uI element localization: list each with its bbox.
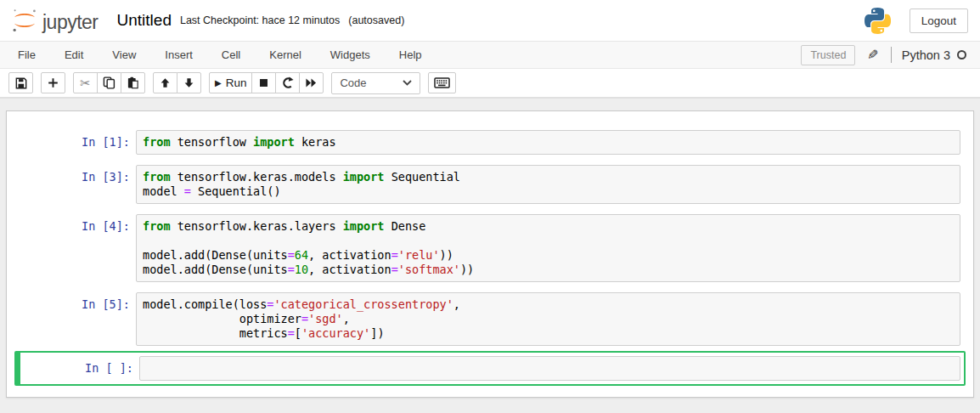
restart-run-all-button[interactable] (299, 72, 324, 93)
copy-cell-button[interactable] (97, 72, 121, 93)
menu-insert[interactable]: Insert (150, 42, 207, 68)
add-cell-icon (48, 77, 59, 88)
paste-icon (127, 76, 139, 89)
cell-prompt: In [4]: (20, 214, 136, 282)
cell-code-input[interactable]: model.compile(loss='categorical_crossent… (136, 292, 960, 346)
menu-help[interactable]: Help (385, 42, 436, 68)
code-line: model = Sequential() (143, 184, 954, 199)
cell-prompt: In [ ]: (23, 356, 139, 381)
notebook-cell[interactable]: In [4]: from tensorflow.keras.layers imp… (14, 209, 966, 287)
cell-prompt: In [5]: (20, 292, 136, 346)
restart-kernel-button[interactable] (275, 72, 300, 93)
code-line: model.compile(loss='categorical_crossent… (143, 297, 954, 312)
restart-run-all-icon (305, 77, 318, 88)
cell-code-input[interactable]: from tensorflow.keras.layers import Dens… (136, 214, 960, 282)
run-cell-button[interactable]: ▶ Run (209, 72, 252, 93)
code-line: model.add(Dense(units=10, activation='so… (143, 263, 954, 277)
save-button[interactable] (8, 72, 33, 93)
cut-icon: ✂ (80, 76, 91, 89)
move-down-icon (183, 77, 194, 88)
run-label: Run (226, 76, 247, 89)
restart-kernel-icon (281, 76, 294, 89)
cell-prompt: In [3]: (20, 165, 136, 204)
add-cell-button[interactable] (41, 72, 65, 93)
menu-widgets[interactable]: Widgets (316, 42, 385, 68)
cut-cell-button[interactable]: ✂ (73, 72, 98, 93)
kernel-idle-indicator-icon (957, 50, 966, 59)
notebook-cell[interactable]: In [ ]: (14, 351, 966, 386)
code-line: from tensorflow.keras.models import Sequ… (143, 170, 954, 184)
python-logo-icon (865, 8, 891, 34)
code-line: from tensorflow.keras.layers import Dens… (143, 219, 954, 234)
code-line (143, 234, 954, 248)
cell-type-select[interactable]: Code (331, 72, 420, 94)
notebook-cell[interactable]: In [5]: model.compile(loss='categorical_… (14, 287, 966, 351)
menu-file[interactable]: File (14, 42, 50, 68)
stop-icon (258, 77, 269, 88)
logout-button[interactable]: Logout (910, 8, 968, 33)
move-cell-up-button[interactable] (153, 72, 177, 93)
run-icon: ▶ (215, 79, 222, 88)
jupyter-logo[interactable]: jupyter (12, 6, 99, 35)
jupyter-logo-icon (12, 6, 37, 35)
command-palette-button[interactable] (428, 72, 456, 93)
cell-type-value: Code (340, 76, 366, 89)
code-line (146, 361, 954, 376)
menu-edit[interactable]: Edit (50, 42, 98, 68)
paste-cell-button[interactable] (121, 72, 145, 93)
menu-cell[interactable]: Cell (207, 42, 255, 68)
menu-kernel[interactable]: Kernel (255, 42, 316, 68)
cell-list: In [1]: from tensorflow import keras In … (7, 125, 973, 386)
menubar-divider (891, 47, 892, 63)
edit-title-pencil-icon[interactable]: ✎ (867, 47, 878, 63)
checkpoint-status: Last Checkpoint: hace 12 minutos (180, 14, 340, 26)
code-line: metrics=['accuracy']) (143, 326, 954, 341)
command-palette-icon (434, 76, 450, 89)
notebook-container: In [1]: from tensorflow import keras In … (6, 110, 974, 398)
kernel-name: Python 3 (902, 48, 950, 62)
code-line: from tensorflow import keras (143, 135, 954, 150)
copy-icon (103, 76, 115, 89)
code-line: model.add(Dense(units=64, activation='re… (143, 248, 954, 263)
move-up-icon (160, 77, 171, 88)
jupyter-logo-text: jupyter (42, 13, 99, 35)
cell-prompt: In [1]: (20, 130, 136, 155)
notebook-cell[interactable]: In [3]: from tensorflow.keras.models imp… (14, 160, 966, 209)
menu-items: File Edit View Insert Cell Kernel Widget… (14, 42, 436, 68)
cell-code-input[interactable] (139, 356, 960, 381)
interrupt-kernel-button[interactable] (251, 72, 276, 93)
cell-code-input[interactable]: from tensorflow.keras.models import Sequ… (136, 165, 960, 204)
notebook-title[interactable]: Untitled (117, 11, 172, 30)
trusted-button[interactable]: Trusted (801, 45, 855, 65)
chevron-down-icon (403, 80, 412, 86)
code-line: optimizer='sgd', (143, 312, 954, 326)
menubar: File Edit View Insert Cell Kernel Widget… (0, 41, 980, 69)
menu-view[interactable]: View (98, 42, 150, 68)
autosave-status: (autosaved) (348, 14, 404, 26)
toolbar: ✂ ▶ Run (0, 69, 980, 99)
notebook-cell[interactable]: In [1]: from tensorflow import keras (14, 125, 966, 160)
cell-code-input[interactable]: from tensorflow import keras (136, 130, 960, 155)
move-cell-down-button[interactable] (177, 72, 201, 93)
header-bar: jupyter Untitled Last Checkpoint: hace 1… (0, 0, 980, 41)
save-icon (15, 77, 27, 89)
